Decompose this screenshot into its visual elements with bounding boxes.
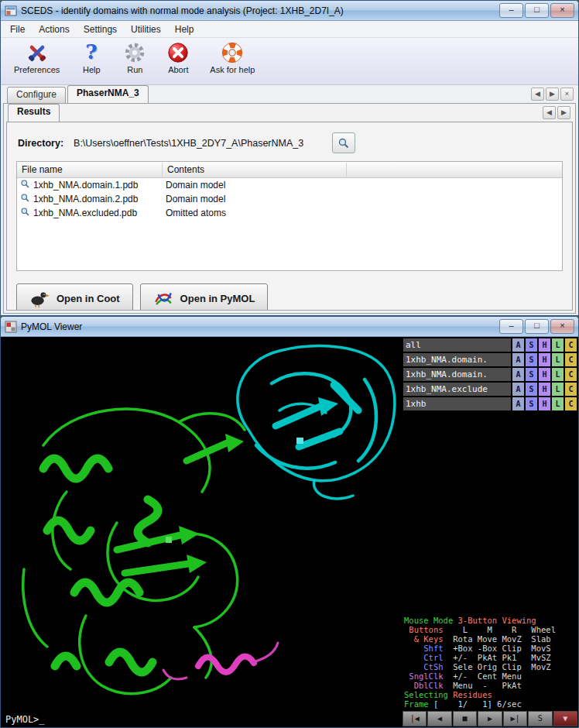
step-back-button[interactable]: ◀: [427, 711, 451, 726]
menu-settings[interactable]: Settings: [77, 22, 123, 36]
column-header-contents[interactable]: Contents: [163, 163, 347, 177]
object-c-button[interactable]: C: [565, 368, 577, 381]
object-list: allASHLC1xhb_NMA.domain.ASHLC1xhb_NMA.do…: [403, 338, 577, 412]
menu-actions[interactable]: Actions: [33, 22, 75, 36]
sceds-maximize-button[interactable]: □: [525, 3, 549, 18]
toolbar: Preferences??HelpRunAbortAsk for help: [1, 38, 578, 85]
object-row: 1xhb_NMA.excludeASHLC: [403, 383, 577, 396]
mouse-help-line: SnglClk +/- Cent Menu: [404, 671, 578, 681]
sceds-titlebar[interactable]: SCEDS - identify domains with normal mod…: [1, 1, 578, 21]
object-s-button[interactable]: S: [526, 338, 537, 352]
mouse-help-text: L M R Wheel: [448, 625, 556, 634]
pymol-titlebar[interactable]: PyMOL Viewer –□×: [1, 317, 578, 337]
stop-button[interactable]: ■: [453, 711, 477, 726]
results-scroll-right-button[interactable]: ▶: [557, 106, 570, 119]
object-s-button[interactable]: S: [526, 397, 537, 410]
directory-row: Directory: B:\Users\oeffner\Tests\1XHB_2…: [7, 122, 572, 159]
step-forward-button[interactable]: ▶|: [503, 711, 527, 726]
pymol-window: PyMOL Viewer –□×: [0, 316, 579, 728]
object-c-button[interactable]: C: [565, 397, 577, 410]
sceds-minimize-button[interactable]: –: [499, 3, 523, 18]
pymol-viewport[interactable]: PyMOL>_: [1, 337, 402, 727]
open-in-pymol-label: Open in PyMOL: [180, 293, 255, 304]
object-s-button[interactable]: S: [526, 368, 537, 381]
object-name[interactable]: 1xhb_NMA.domain.: [403, 368, 511, 381]
object-l-button[interactable]: L: [552, 397, 564, 410]
object-l-button[interactable]: L: [552, 353, 564, 366]
object-h-button[interactable]: H: [539, 368, 550, 381]
object-s-button[interactable]: S: [526, 383, 537, 396]
object-h-button[interactable]: H: [539, 353, 550, 366]
object-h-button[interactable]: H: [539, 338, 550, 352]
object-h-button[interactable]: H: [539, 397, 550, 410]
mouse-mode-panel: Mouse Mode 3-Button Viewing Buttons L M …: [404, 616, 578, 709]
mouse-help-text: Menu - PkAt: [448, 681, 522, 690]
scene-button[interactable]: S: [528, 711, 552, 726]
main-tab-nav: ◀▶×: [531, 88, 574, 101]
menu-utilities[interactable]: Utilities: [125, 22, 167, 36]
object-a-button[interactable]: A: [512, 368, 524, 381]
results-scroll-left-button[interactable]: ◀: [543, 106, 556, 119]
object-a-button[interactable]: A: [512, 397, 524, 410]
mouse-help-text: Frame: [404, 699, 433, 709]
object-l-button[interactable]: L: [552, 368, 564, 381]
table-row[interactable]: 1xhb_NMA.domain.2.pdbDomain model: [17, 192, 562, 206]
tab-results[interactable]: Results: [8, 104, 60, 122]
toolbar-label: Help: [83, 65, 101, 74]
object-l-button[interactable]: L: [552, 338, 564, 352]
sceds-window-controls: –□×: [499, 3, 574, 18]
pymol-command-prompt[interactable]: PyMOL>_: [5, 714, 45, 725]
record-button[interactable]: ▼: [553, 711, 577, 726]
toolbar-run-button[interactable]: Run: [121, 40, 149, 75]
object-c-button[interactable]: C: [565, 383, 577, 396]
object-l-button[interactable]: L: [552, 383, 564, 396]
object-name[interactable]: all: [403, 338, 511, 352]
toolbar-preferences-button[interactable]: Preferences: [12, 40, 62, 75]
object-name[interactable]: 1xhb_NMA.domain.: [403, 353, 511, 366]
main-tabs: ConfigurePhaserNMA_3: [7, 85, 150, 103]
mouse-help-line: Mouse Mode 3-Button Viewing: [404, 616, 578, 625]
object-name[interactable]: 1xhb_NMA.exclude: [403, 383, 511, 396]
open-in-coot-button[interactable]: Open in Coot: [16, 283, 133, 311]
menu-file[interactable]: File: [4, 22, 31, 36]
open-in-pymol-button[interactable]: Open in PyMOL: [140, 283, 269, 311]
tab-close-button[interactable]: ×: [560, 88, 574, 101]
results-tab-nav: ◀▶: [543, 106, 570, 119]
pymol-minimize-button[interactable]: –: [499, 319, 523, 334]
table-row[interactable]: 1xhb_NMA.domain.1.pdbDomain model: [17, 178, 562, 192]
object-name[interactable]: 1xhb: [403, 397, 511, 410]
object-a-button[interactable]: A: [512, 338, 524, 352]
rewind-button[interactable]: |◀: [403, 711, 427, 726]
column-header-file-name[interactable]: File name: [17, 163, 163, 177]
mouse-help-line: & Keys Rota Move MovZ Slab: [404, 634, 578, 644]
pymol-side-panel: allASHLC1xhb_NMA.domain.ASHLC1xhb_NMA.do…: [402, 337, 578, 727]
toolbar-help-button[interactable]: ??Help: [77, 40, 105, 75]
table-header: File name Contents: [17, 162, 562, 178]
tab-scroll-left-button[interactable]: ◀: [531, 88, 544, 101]
object-h-button[interactable]: H: [539, 383, 550, 396]
toolbar-ask-for-help-button[interactable]: Ask for help: [207, 40, 257, 75]
object-c-button[interactable]: C: [565, 353, 577, 366]
sceds-close-button[interactable]: ×: [550, 3, 574, 18]
pymol-body: PyMOL>_ allASHLC1xhb_NMA.domain.ASHLC1xh…: [1, 337, 578, 727]
browse-directory-button[interactable]: [332, 132, 355, 153]
object-c-button[interactable]: C: [565, 338, 577, 352]
toolbar-abort-button[interactable]: Abort: [164, 40, 192, 75]
pymol-close-button[interactable]: ×: [550, 319, 574, 334]
mouse-help-line: Buttons L M R Wheel: [404, 625, 578, 634]
mouse-help-line: CtSh Sele Orig Clip MovZ: [404, 662, 578, 671]
open-in-coot-label: Open in Coot: [57, 293, 120, 304]
tab-phasernma-3[interactable]: PhaserNMA_3: [67, 85, 149, 103]
svg-text:?: ?: [86, 41, 98, 64]
table-row[interactable]: 1xhb_NMA.excluded.pdbOmitted atoms: [17, 206, 562, 220]
play-button[interactable]: ▶: [478, 711, 502, 726]
pymol-window-title: PyMOL Viewer: [21, 321, 495, 332]
mouse-help-text: +/- PkAt Pk1 MvSZ: [448, 653, 551, 662]
object-s-button[interactable]: S: [526, 353, 537, 366]
tab-configure[interactable]: Configure: [7, 87, 66, 103]
object-a-button[interactable]: A: [512, 353, 524, 366]
menu-help[interactable]: Help: [169, 22, 200, 36]
tab-scroll-right-button[interactable]: ▶: [546, 88, 559, 101]
object-a-button[interactable]: A: [512, 383, 524, 396]
pymol-maximize-button[interactable]: □: [525, 319, 549, 334]
